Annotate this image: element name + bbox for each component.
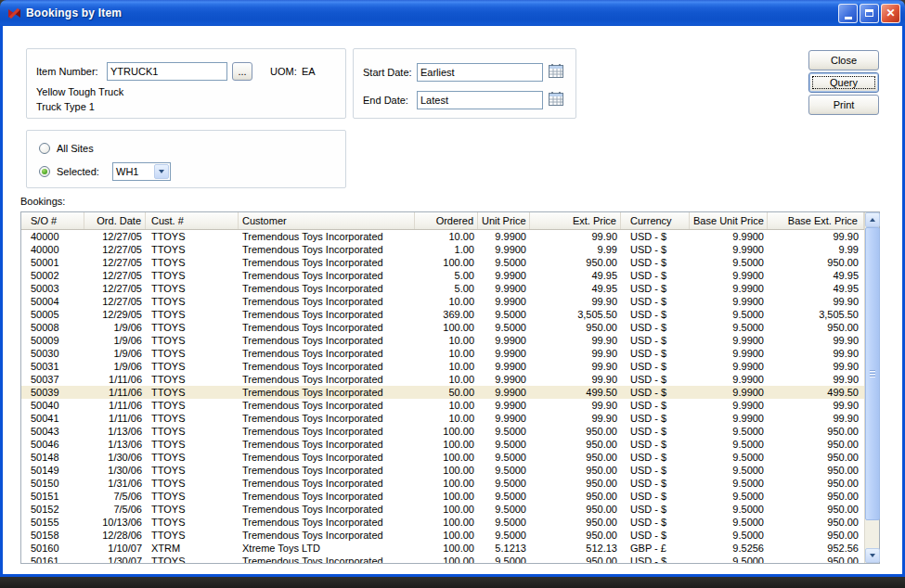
table-cell: 9.99 (768, 243, 864, 256)
vertical-scrollbar[interactable] (864, 212, 879, 563)
table-row[interactable]: 500411/11/06TTOYSTremendous Toys Incorpo… (21, 412, 864, 425)
item-number-input[interactable] (107, 62, 227, 81)
scrollbar-thumb[interactable] (865, 227, 880, 520)
column-header[interactable]: Ordered (415, 212, 478, 229)
column-header[interactable]: Unit Price (478, 212, 530, 229)
column-header[interactable]: Currency (621, 212, 690, 229)
table-cell: USD - $ (621, 477, 690, 490)
item-number-label: Item Number: (36, 66, 98, 77)
table-cell: 1/9/06 (84, 321, 146, 334)
chevron-down-icon[interactable] (154, 164, 169, 179)
table-row[interactable]: 500431/13/06TTOYSTremendous Toys Incorpo… (21, 425, 864, 438)
table-cell: 50040 (21, 399, 84, 412)
table-cell: TTOYS (146, 243, 239, 256)
table-row[interactable]: 5000112/27/05TTOYSTremendous Toys Incorp… (21, 256, 864, 269)
table-row[interactable]: 501611/30/07TTOYSTremendous Toys Incorpo… (21, 555, 864, 563)
table-cell: Tremendous Toys Incorporated (239, 373, 415, 386)
print-button[interactable]: Print (808, 95, 879, 115)
table-cell: 50149 (21, 464, 84, 477)
table-cell: 50005 (21, 308, 84, 321)
table-cell: 50158 (21, 529, 84, 542)
table-cell: Tremendous Toys Incorporated (239, 282, 415, 295)
table-cell: Tremendous Toys Incorporated (239, 308, 415, 321)
maximize-button[interactable] (860, 4, 879, 23)
table-row[interactable]: 5000412/27/05TTOYSTremendous Toys Incorp… (21, 295, 864, 308)
table-cell: 950.00 (768, 438, 864, 451)
column-header[interactable]: Customer (239, 212, 415, 229)
column-header[interactable]: S/O # (21, 212, 84, 229)
table-cell: 5.00 (415, 269, 478, 282)
table-cell: 10.00 (415, 399, 478, 412)
start-date-calendar-button[interactable] (547, 64, 565, 81)
table-row[interactable]: 5000212/27/05TTOYSTremendous Toys Incorp… (21, 269, 864, 282)
table-row[interactable]: 501501/31/06TTOYSTremendous Toys Incorpo… (21, 477, 864, 490)
table-row[interactable]: 500401/11/06TTOYSTremendous Toys Incorpo… (21, 399, 864, 412)
table-row[interactable]: 501517/5/06TTOYSTremendous Toys Incorpor… (21, 490, 864, 503)
table-row[interactable]: 5000512/29/05TTOYSTremendous Toys Incorp… (21, 308, 864, 321)
table-cell: 99.90 (768, 295, 864, 308)
column-header[interactable]: Cust. # (146, 212, 239, 229)
table-cell: 950.00 (530, 256, 621, 269)
scroll-down-button[interactable] (865, 548, 880, 563)
table-cell: 100.00 (415, 451, 478, 464)
table-cell: 499.50 (768, 386, 864, 399)
table-row[interactable]: 500311/9/06TTOYSTremendous Toys Incorpor… (21, 360, 864, 373)
table-cell: 950.00 (768, 516, 864, 529)
table-cell: 512.13 (530, 542, 621, 555)
close-window-button[interactable]: ✕ (881, 4, 900, 23)
table-cell: 12/27/05 (84, 269, 146, 282)
table-cell: TTOYS (146, 438, 239, 451)
close-button[interactable]: Close (808, 50, 879, 70)
table-row[interactable]: 501527/5/06TTOYSTremendous Toys Incorpor… (21, 503, 864, 516)
table-cell: 9.5000 (690, 425, 768, 438)
table-cell: TTOYS (146, 477, 239, 490)
all-sites-label: All Sites (57, 143, 94, 154)
column-header[interactable]: Base Ext. Price (768, 212, 864, 229)
item-browse-button[interactable]: ... (232, 62, 252, 81)
table-cell: TTOYS (146, 451, 239, 464)
item-group: Item Number: ... UOM: EA Yellow Tough Tr… (26, 48, 346, 119)
table-cell: 9.9900 (478, 243, 530, 256)
table-row[interactable]: 501481/30/06TTOYSTremendous Toys Incorpo… (21, 451, 864, 464)
column-header[interactable]: Base Unit Price (690, 212, 768, 229)
table-row[interactable]: 4000012/27/05TTOYSTremendous Toys Incorp… (21, 230, 864, 243)
titlebar[interactable]: Bookings by Item ✕ (0, 0, 905, 26)
table-cell: Tremendous Toys Incorporated (239, 555, 415, 563)
item-description-line1: Yellow Tough Truck (36, 86, 123, 97)
table-cell: 50.00 (415, 386, 478, 399)
table-row[interactable]: 4000012/27/05TTOYSTremendous Toys Incorp… (21, 243, 864, 256)
table-row[interactable]: 5015812/28/06TTOYSTremendous Toys Incorp… (21, 529, 864, 542)
table-cell: 9.5000 (478, 555, 530, 563)
end-date-calendar-button[interactable] (547, 92, 565, 109)
selected-site-radio[interactable] (39, 166, 50, 177)
table-row[interactable]: 500371/11/06TTOYSTremendous Toys Incorpo… (21, 373, 864, 386)
table-cell: 7/5/06 (84, 490, 146, 503)
table-row[interactable]: 500081/9/06TTOYSTremendous Toys Incorpor… (21, 321, 864, 334)
table-cell: Tremendous Toys Incorporated (239, 490, 415, 503)
table-cell: 99.90 (530, 399, 621, 412)
column-header[interactable]: Ord. Date (84, 212, 146, 229)
table-row[interactable]: 5000312/27/05TTOYSTremendous Toys Incorp… (21, 282, 864, 295)
table-row[interactable]: 500461/13/06TTOYSTremendous Toys Incorpo… (21, 438, 864, 451)
table-cell: 5.1213 (478, 542, 530, 555)
table-cell: 50003 (21, 282, 84, 295)
table-cell: 50161 (21, 555, 84, 563)
scroll-up-button[interactable] (865, 212, 880, 227)
table-cell: 950.00 (768, 321, 864, 334)
column-header[interactable]: Ext. Price (530, 212, 621, 229)
minimize-button[interactable] (838, 4, 858, 23)
table-cell: 950.00 (530, 529, 621, 542)
table-row[interactable]: 5015510/13/06TTOYSTremendous Toys Incorp… (21, 516, 864, 529)
start-date-input[interactable] (417, 63, 543, 82)
table-row[interactable]: 501601/10/07XTRMXtreme Toys LTD100.005.1… (21, 542, 864, 555)
table-cell: 50001 (21, 256, 84, 269)
end-date-input[interactable] (417, 91, 543, 109)
table-row[interactable]: 500301/9/06TTOYSTremendous Toys Incorpor… (21, 347, 864, 360)
table-cell: 100.00 (415, 438, 478, 451)
table-row[interactable]: 501491/30/06TTOYSTremendous Toys Incorpo… (21, 464, 864, 477)
table-row[interactable]: 500391/11/06TTOYSTremendous Toys Incorpo… (21, 386, 864, 399)
site-select[interactable]: WH1 (112, 162, 171, 181)
all-sites-radio[interactable] (39, 143, 50, 154)
query-button[interactable]: Query (808, 72, 879, 93)
table-row[interactable]: 500091/9/06TTOYSTremendous Toys Incorpor… (21, 334, 864, 347)
